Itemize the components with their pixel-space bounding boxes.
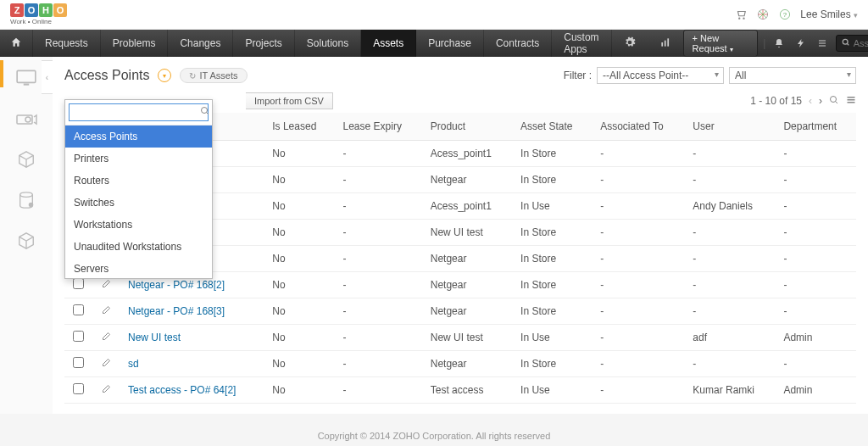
- nav-search-input[interactable]: [854, 38, 868, 48]
- row-checkbox[interactable]: [73, 304, 84, 315]
- sidebar-item-projector[interactable]: [9, 106, 43, 131]
- dropdown-item[interactable]: Routers: [65, 170, 212, 192]
- nav-home[interactable]: [0, 30, 33, 57]
- edit-icon[interactable]: [101, 279, 111, 292]
- cell-expiry: -: [335, 325, 422, 351]
- cell-state: In Use: [512, 377, 592, 404]
- footer-text: Copyright © 2014 ZOHO Corporation. All r…: [318, 431, 551, 441]
- edit-icon[interactable]: [101, 305, 111, 318]
- cell-user: -: [684, 141, 775, 167]
- logo-subtitle: Work • Online: [10, 18, 52, 25]
- cell-product: Netgear: [422, 246, 512, 272]
- cell-state: In Store: [512, 246, 592, 272]
- nav-item-custom-apps[interactable]: Custom Apps: [552, 30, 611, 57]
- dropdown-item[interactable]: Printers: [65, 148, 212, 170]
- dropdown-item[interactable]: Servers: [65, 258, 212, 278]
- dropdown-search-input[interactable]: [73, 107, 200, 119]
- nav-search[interactable]: [836, 35, 868, 52]
- cell-name[interactable]: New UI test: [120, 325, 264, 351]
- nav-item-contracts[interactable]: Contracts: [484, 30, 552, 57]
- bell-icon[interactable]: [771, 35, 787, 52]
- nav-item-projects[interactable]: Projects: [233, 30, 294, 57]
- cell-name[interactable]: Test access - PO# 64[2]: [120, 377, 264, 404]
- sidebar-collapse[interactable]: ‹: [42, 60, 53, 94]
- col-department[interactable]: Department: [775, 113, 856, 141]
- cell-expiry: -: [335, 141, 422, 167]
- cell-name[interactable]: Netgear - PO# 168[3]: [120, 298, 264, 325]
- cell-leased: No: [264, 298, 334, 325]
- col-user[interactable]: User: [684, 113, 775, 141]
- cell-dept: -: [775, 220, 856, 246]
- list-icon[interactable]: [814, 35, 830, 52]
- filter-bar: Filter : --All Access Point-- All: [564, 67, 856, 84]
- cell-state: In Use: [512, 325, 592, 351]
- sidebar-item-cube[interactable]: [9, 147, 43, 172]
- search-icon[interactable]: [200, 106, 210, 119]
- nav-item-solutions[interactable]: Solutions: [295, 30, 361, 57]
- nav-item-changes[interactable]: Changes: [168, 30, 233, 57]
- col-product[interactable]: Product: [422, 113, 512, 141]
- filter-select-1[interactable]: --All Access Point--: [597, 67, 724, 84]
- cell-state: In Store: [512, 272, 592, 298]
- sidebar-item-cube2[interactable]: [9, 228, 43, 254]
- logo[interactable]: ZOHO Work • Online: [10, 3, 67, 25]
- nav-gear[interactable]: [612, 30, 648, 57]
- logo-letter: H: [39, 3, 53, 17]
- sidebar-item-monitor[interactable]: [9, 65, 43, 91]
- sidebar-item-db[interactable]: [9, 187, 43, 213]
- help-icon[interactable]: ?: [778, 8, 792, 21]
- refresh-icon[interactable]: [829, 95, 839, 108]
- cell-user: Kumar Ramki: [684, 377, 775, 404]
- row-checkbox[interactable]: [73, 331, 84, 342]
- row-checkbox[interactable]: [73, 357, 84, 368]
- title-dropdown-toggle[interactable]: ▾: [158, 69, 171, 82]
- cell-product: Netgear: [422, 272, 512, 298]
- row-checkbox[interactable]: [73, 278, 84, 289]
- filter-select-2[interactable]: All: [729, 67, 856, 84]
- apps-icon[interactable]: [756, 8, 770, 21]
- cell-state: In Store: [512, 167, 592, 193]
- edit-icon[interactable]: [101, 332, 111, 344]
- edit-icon[interactable]: [101, 384, 111, 397]
- cell-expiry: -: [335, 246, 422, 272]
- cart-icon[interactable]: [734, 8, 748, 21]
- logo-letter: Z: [10, 3, 24, 17]
- nav-item-purchase[interactable]: Purchase: [416, 30, 484, 57]
- nav-item-assets[interactable]: Assets: [361, 30, 416, 57]
- dropdown-item[interactable]: Switches: [65, 192, 212, 214]
- col-asset-state[interactable]: Asset State: [512, 113, 592, 141]
- sidebar-active-indicator: [0, 60, 3, 87]
- cell-user: -: [684, 167, 775, 193]
- cell-product: Acess_point1: [422, 141, 512, 167]
- nav-item-requests[interactable]: Requests: [33, 30, 101, 57]
- logo-letter: O: [25, 3, 38, 17]
- nav-right: + New Request ▾ |: [683, 30, 868, 57]
- cell-dept: -: [775, 141, 856, 167]
- dropdown-item[interactable]: Unaudited Workstations: [65, 236, 212, 258]
- new-request-btn[interactable]: + New Request ▾: [683, 30, 759, 57]
- bolt-icon[interactable]: [793, 35, 809, 52]
- dropdown-item[interactable]: Access Points: [65, 125, 212, 148]
- chevron-left-icon: ‹: [46, 73, 48, 82]
- context-pill[interactable]: ↻ IT Assets: [180, 68, 247, 83]
- cell-assoc: -: [592, 377, 684, 404]
- svg-text:?: ?: [783, 11, 787, 19]
- settings-icon[interactable]: [846, 95, 856, 108]
- col-associated-to[interactable]: Associated To: [592, 113, 684, 141]
- nav-item-problems[interactable]: Problems: [101, 30, 169, 57]
- edit-icon[interactable]: [101, 358, 111, 371]
- col-is-leased[interactable]: Is Leased: [264, 113, 334, 141]
- user-menu[interactable]: Lee Smiles ▾: [800, 8, 858, 20]
- import-csv-btn[interactable]: Import from CSV: [246, 92, 333, 109]
- cell-name[interactable]: sd: [120, 351, 264, 377]
- nav-extra[interactable]: [648, 30, 683, 57]
- next-page[interactable]: ›: [819, 95, 822, 107]
- sidebar: ‹: [0, 57, 53, 414]
- dropdown-item[interactable]: Workstations: [65, 214, 212, 236]
- col-lease-expiry[interactable]: Lease Expiry: [335, 113, 422, 141]
- cell-product: Netgear: [422, 351, 512, 377]
- svg-point-15: [25, 117, 31, 122]
- prev-page[interactable]: ‹: [809, 95, 812, 107]
- cell-leased: No: [264, 351, 334, 377]
- row-checkbox[interactable]: [73, 383, 84, 394]
